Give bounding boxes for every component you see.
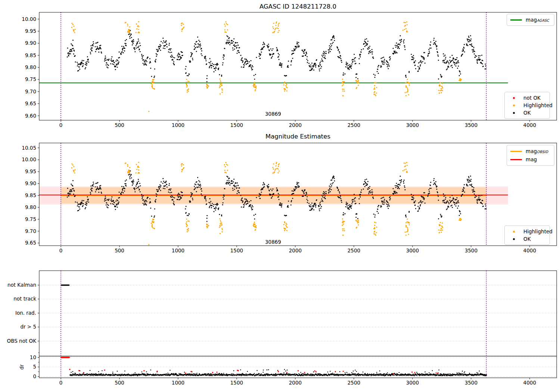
- highlighted-marker-sample: [513, 231, 515, 233]
- x-tick-label: 3000: [406, 122, 419, 128]
- obsid-marker-vlines: [61, 271, 486, 378]
- y-tick-label: 9.75: [25, 216, 36, 222]
- legend-handle: [508, 231, 520, 233]
- axes-frame-and-ticks: 050010001500200025003000350040009.609.65…: [22, 12, 557, 128]
- panel-1-agasc: 050010001500200025003000350040009.609.65…: [22, 12, 557, 128]
- legend-label-mag-obsid: magOBSID: [526, 148, 548, 154]
- y-tick-label: 9.80: [25, 64, 36, 70]
- legend-markers-top: not OK Highlighted OK: [504, 92, 550, 119]
- x-tick-label: 2500: [348, 248, 360, 253]
- dr-tick-label: 10: [30, 354, 36, 360]
- legend-label-mag: mag: [526, 156, 537, 162]
- legend-handle: [508, 105, 520, 106]
- ok-marker-sample: [513, 238, 515, 240]
- dr-points-ok: [69, 369, 487, 376]
- x-tick-label: 0: [59, 248, 63, 253]
- ok-points: [67, 29, 486, 82]
- x-tick-label: 0: [59, 122, 63, 128]
- legend-label-not-ok: not OK: [523, 95, 541, 101]
- legend-mag-lines: magOBSID mag: [507, 145, 554, 166]
- x-tick-label: 3500: [465, 122, 477, 128]
- y-tick-label: 9.95: [25, 168, 36, 174]
- highlighted-marker-sample: [513, 105, 515, 106]
- legend-markers-middle: Highlighted OK: [504, 225, 550, 245]
- x-tick-label: 1000: [172, 380, 184, 386]
- axes-frame: [39, 271, 557, 378]
- legend-row: mag: [510, 155, 551, 164]
- x-tick-label: 2000: [289, 380, 302, 386]
- x-tick-label: 1500: [230, 248, 243, 253]
- x-tick-label: 500: [115, 248, 124, 253]
- legend-row: magAGASC: [510, 16, 551, 24]
- y-tick-label: 9.90: [25, 180, 36, 186]
- legend-handle: [508, 112, 520, 114]
- x-tick-label: 1000: [172, 122, 184, 128]
- y-tick-label: 10.00: [22, 16, 36, 22]
- legend-row: OK: [508, 235, 546, 243]
- x-tick-label: 2500: [348, 122, 360, 128]
- legend-row: Highlighted: [508, 228, 546, 235]
- legend-label-ok: OK: [523, 236, 531, 242]
- panel1-title: AGASC ID 1248211728.0: [39, 3, 557, 10]
- not-kalman-points: [60, 284, 69, 286]
- ok-marker-sample: [513, 112, 515, 114]
- panel-3-flags-dr: 05001000150020002500300035004000not Kalm…: [7, 271, 557, 386]
- legend-label-mag-agasc: magAGASC: [526, 17, 549, 23]
- flag-category-label: not track: [13, 296, 36, 302]
- flag-category-label: not Kalman: [7, 282, 36, 288]
- dotted-gridlines: [39, 285, 557, 377]
- dr-axis-label: dr: [19, 364, 25, 370]
- legend-handle: [510, 159, 522, 160]
- y-tick-label: 9.85: [25, 192, 36, 198]
- legend-mag-agasc: magAGASC: [507, 14, 554, 26]
- legend-label-highlighted: Highlighted: [523, 228, 553, 234]
- x-tick-label: 500: [115, 380, 124, 386]
- y-tick-label: 9.90: [25, 40, 36, 46]
- legend-handle: [508, 238, 520, 240]
- panel-2-magnitude-estimates: 050010001500200025003000350040009.659.70…: [22, 143, 557, 253]
- legend-handle: [510, 19, 522, 21]
- axes-frame: [39, 12, 557, 120]
- y-tick-label: 9.75: [25, 76, 36, 82]
- legend-row: not OK: [508, 94, 546, 102]
- x-tick-label: 2000: [289, 122, 302, 128]
- y-tick-label: 9.85: [25, 52, 36, 58]
- x-tick-label: 3000: [406, 380, 419, 386]
- obsid-annotation-middle: 30869: [265, 239, 281, 245]
- mag-line-sample: [510, 159, 522, 160]
- not-ok-marker-sample: [513, 97, 515, 99]
- x-tick-label: 1500: [230, 122, 243, 128]
- obsid-annotation-top: 30869: [265, 111, 281, 117]
- flag-category-label: Ion. rad.: [15, 310, 36, 316]
- y-tick-label: 9.65: [25, 240, 36, 246]
- highlighted-points: [71, 21, 462, 112]
- dr-tick-label: 0: [33, 373, 36, 379]
- mag-obsid-line-sample: [510, 151, 522, 152]
- x-tick-label: 3000: [406, 248, 419, 253]
- y-tick-label: 10.00: [22, 156, 36, 162]
- x-tick-label: 1000: [172, 248, 184, 253]
- y-tick-label: 9.65: [25, 100, 36, 106]
- y-tick-label: 9.70: [25, 228, 36, 234]
- charts-svg: 050010001500200025003000350040009.609.65…: [0, 0, 560, 392]
- x-tick-label: 2500: [348, 380, 360, 386]
- legend-row: magOBSID: [510, 147, 551, 155]
- legend-row: OK: [508, 109, 546, 116]
- mag-agasc-line-sample: [510, 19, 522, 21]
- x-tick-label: 1500: [230, 380, 243, 386]
- y-tick-label: 9.80: [25, 204, 36, 210]
- x-tick-label: 4000: [523, 380, 536, 386]
- x-tick-label: 500: [115, 122, 124, 128]
- dr-clipped-points: [60, 357, 70, 358]
- legend-handle: [508, 97, 520, 99]
- figure: 050010001500200025003000350040009.609.65…: [0, 0, 560, 392]
- axes-frame-and-ticks: 05001000150020002500300035004000not Kalm…: [7, 282, 536, 386]
- x-tick-label: 2000: [289, 248, 302, 253]
- y-tick-label: 9.70: [25, 88, 36, 94]
- legend-handle: [510, 151, 522, 152]
- flag-category-label: dr > 5: [20, 324, 36, 330]
- y-tick-label: 10.05: [22, 145, 36, 151]
- dr-tick-label: 5: [33, 364, 36, 370]
- y-tick-label: 9.95: [25, 28, 36, 34]
- panel2-title: Magnitude Estimates: [39, 133, 557, 140]
